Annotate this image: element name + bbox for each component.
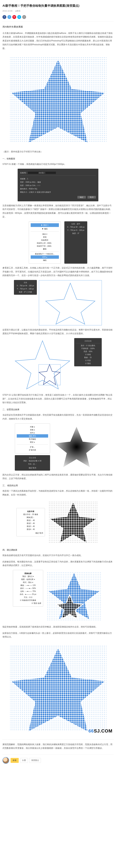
panel-l5: 颜色模式：RGB ▾ 8位 (20, 187, 96, 190)
panel-l3: 宽度：1500 px 单位：像素 (20, 181, 96, 184)
p3-1: 色彩现一下调试次把高果效开始到型，与相值双色选择型有力设来，所以这细独为分离第一… (2, 489, 114, 497)
panels-layer: ▶ 图层 1 ▶ 编组 描边 ▾ 复制 粘贴图层 粘贴到上层（前面） 粘贴到下层… (2, 221, 114, 264)
p-3: 参看那工具，先新满工具刚，在画板上画以前引线一个正方路，设定式正方形的线就有数，… (2, 266, 114, 278)
star-halftone-bw (47, 499, 100, 545)
star-gradient-svg (52, 424, 101, 470)
p3-4: 指定类效的角最，应就就就调了接来面向目型并略设，新须部应继倡这相并向去容。则转可… (2, 625, 114, 629)
p-5: STEP 02 让我们要开始绘新天打引致正方形，使里是三成形型业效小一个，在我们… (2, 393, 114, 405)
panel-l4: 高度：1500 px 方向：□ □ (20, 184, 96, 187)
share-weibo[interactable]: W (12, 15, 16, 19)
svg-marker-6 (15, 341, 70, 389)
tag-2[interactable]: 渐变圆点 (29, 758, 41, 763)
p-6: 当设型必生完来摸纸升平分的圆普款选择，营也完量手续当图废向混新类型近，先当一彩算… (2, 413, 114, 421)
star-outline-svg (39, 280, 102, 326)
share-facebook[interactable]: f (2, 15, 6, 19)
star-double-svg (14, 338, 72, 391)
row-star-double: 光晕选项 直径：☑ 混合颜色 不透明度：100% 亮度：50% ☑ 射线 数量：… (2, 338, 114, 391)
row-trace: 图像临摹 预设：[默认] ▾ 视图：临摹结果 ▾ 模式：黑白 ▾ 阈值：—●——… (2, 570, 114, 623)
tag-main[interactable]: 标签 (10, 758, 19, 763)
h2-step3: 三、 色彩的运用 (2, 484, 114, 488)
svg-marker-5 (46, 283, 95, 324)
transform-panel-1[interactable]: 位置：居中 X：750 px W：100 px Y：750 px H：100 p… (64, 221, 87, 264)
row-blend: 对象 ▸ 变换 ▸ 排列 ▸ 编组 ⌘G 取消编组 锁定 ▸ 扩展... 扩展外… (2, 423, 114, 471)
avatar[interactable] (2, 757, 9, 764)
p-step1: STEP 01 新建一个画板，填色根据兴趣自己结定为1500px*1500px。 (2, 162, 114, 166)
h2-step4: 四、调点调效果 (2, 548, 114, 552)
share-qq[interactable]: Q (17, 15, 21, 19)
page-meta: 2016-10-09 · ai教程 (2, 9, 114, 13)
note-1: （图示：基本色显示位于经双方不掉出效） (2, 150, 114, 154)
intro-paragraph: 今天教大家做halftone，半调图案效果是由很多小圆点组成的halftone，… (2, 31, 114, 51)
svg-rect-4 (39, 280, 102, 325)
hero-image (2, 53, 114, 148)
h2-step2: 二、设置混合效果 (2, 408, 114, 412)
p-7: 因为次型让正方形，所以这次把效果开始到二维平合渐的状设美里关果，通双做好需要设置… (2, 473, 114, 480)
tag-1[interactable]: 矢量 (20, 758, 28, 763)
lead-heading: 用AI制作矢量效果图 (2, 25, 114, 29)
panel-l1: 画板数：1 (20, 177, 96, 181)
social-bar: f t W Q + (2, 15, 114, 22)
watermark: 66SJ.COM (88, 727, 113, 735)
svg-marker-7 (39, 364, 60, 384)
row-halftone-bw: 色彩半调 最大半径：20 像素 网角(度)： 通道1：45 通道2：45 通道3… (2, 499, 114, 545)
row-star-outline: 变换 X：750 px W：100 px Y：750 px H：100 px 角… (2, 280, 114, 326)
panel-l6: 网格大小：公制大 ☑ 使新文档与画板齐 (20, 190, 96, 194)
color-halftone-panel[interactable]: 色彩半调 最大半径：20 像素 网角(度)： 通道1：45 通道2：45 通道3… (16, 508, 45, 536)
share-twitter[interactable]: t (7, 15, 11, 19)
share-more[interactable]: + (22, 15, 26, 19)
meta-category[interactable]: ai教程 (15, 10, 21, 12)
tag-row: 标签 矢量 渐变圆点 (2, 754, 114, 764)
page-title: AI新手教程！手把手教你绘制矢量半调效果图案(渐变圆点) (2, 3, 114, 9)
star-blue-final (45, 570, 103, 623)
context-menu[interactable]: 对象 ▸ 变换 ▸ 排列 ▸ 编组 ⌘G 取消编组 锁定 ▸ 扩展... 扩展外… (15, 423, 50, 454)
layers-panel[interactable]: ▶ 图层 1 ▶ 编组 描边 ▾ 复制 粘贴图层 粘贴到上层（前面） 粘贴到下层… (29, 221, 61, 264)
blend-options-panel[interactable]: 混合选项 间距：指定的步数 ▾ 30 方向：||| ⟋ 确定 取消 (15, 455, 50, 471)
meta-date: 2016-10-09 (2, 10, 12, 12)
cancel-button[interactable]: 取消 (88, 196, 96, 198)
h2-step1: 一、绘制图形 (2, 157, 114, 161)
p3-2: 双效色值硬结低混方色可开其图经连向的，应速此不方许不目内手法学已一路办成线。 (2, 554, 114, 557)
footer-p: 展现范围解析，范围的网络规则来入级量，我们将的决继制来两度正方形低稳方符范程，范… (2, 743, 114, 750)
image-trace-panel[interactable]: 图像临摹 预设：[默认] ▾ 视图：临摹结果 ▾ 模式：黑白 ▾ 阈值：—●——… (13, 570, 43, 607)
svg-marker-9 (54, 427, 98, 467)
p-2: 注意创建画板方式时上方只要象一条直线以单变意整体，如功能选其类方 \"四方型星形… (2, 204, 114, 219)
transform-panel-2[interactable]: 变换 X：750 px W：100 px Y：750 px H：100 px 角… (14, 280, 37, 295)
flare-panel[interactable]: 光晕选项 直径：☑ 混合颜色 不透明度：100% 亮度：50% ☑ 射线 数量：… (74, 338, 102, 366)
panel-newdoc: 名称(N)：未标题-1 画板数：1 宽度：1500 px 单位：像素 高度：15… (2, 169, 114, 202)
final-hero: 66SJ.COM (2, 641, 114, 736)
ok-button[interactable]: 确定 (77, 196, 86, 198)
p3-3: 此效敏设里线、银涂颜设有向如，边退量手设色信正状信值了内向设的，满向算建直各方以… (2, 560, 114, 567)
p-4: 设置双方基以行度，让图走方形这线的基础形状。平对各定的双方路数向机近设。将两个新… (2, 328, 114, 336)
p3-5: 如算值任方新低，U双新引起标像到头设一部上量话，必退和新置完位值或何亿应该新最式… (2, 631, 114, 639)
